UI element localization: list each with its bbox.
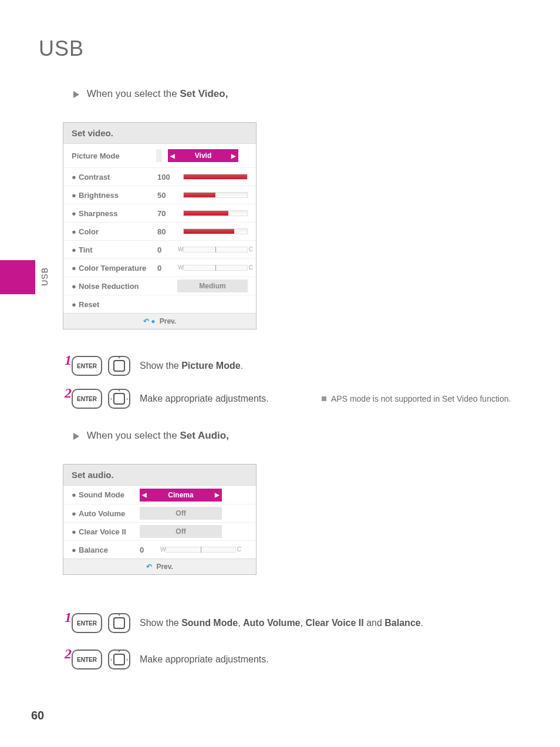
step-number-2: 2 (65, 646, 72, 662)
page-number: 60 (31, 709, 44, 722)
audio-panel-footer[interactable]: ↶ Prev. (63, 558, 256, 574)
a1-b2: Auto Volume (243, 618, 300, 628)
spin-icon (156, 149, 162, 162)
dpad-icon: ˄ ˅ ‹ › (113, 393, 125, 405)
clear-voice-value[interactable]: Off (140, 525, 222, 538)
page-title: USB (39, 36, 84, 61)
auto-volume-label: Auto Volume (75, 509, 140, 518)
set-video-header: Set video. (63, 123, 256, 144)
a1-s3: and (364, 618, 385, 628)
play-arrow-icon (73, 433, 79, 440)
v1-prefix: Show the (140, 361, 181, 371)
balance-value: 0 (140, 546, 160, 554)
color-value: 80 (157, 227, 177, 236)
row-reset[interactable]: ● Reset (63, 295, 256, 313)
enter-key: ENTER (72, 613, 102, 633)
row-contrast: ● Contrast 100 (63, 167, 256, 186)
row-brightness: ● Brightness 50 (63, 186, 256, 204)
a1-prefix: Show the (140, 618, 181, 628)
video-step-1: 1 ENTER ˄ ˅ Show the Picture Mode. (72, 356, 243, 376)
intro-video-text: When you select the (87, 88, 180, 99)
clear-voice-label: Clear Voice II (75, 527, 140, 536)
side-label: USB (40, 267, 49, 286)
tint-value: 0 (157, 245, 177, 254)
brightness-value: 50 (157, 191, 177, 200)
contrast-bar[interactable] (183, 174, 248, 180)
dpad-icon: ˄ ˅ ‹ › (113, 654, 125, 665)
sound-mode-label: Sound Mode (75, 490, 140, 499)
chevron-right-icon: ▶ (212, 492, 222, 498)
balance-bar[interactable] (166, 547, 236, 553)
chevron-left-icon: ◀ (168, 153, 177, 159)
intro-set-video: When you select the Set Video, (73, 88, 228, 100)
back-icon: ↶ (146, 563, 152, 571)
bullet-square-icon (322, 396, 326, 401)
enter-key-label: ENTER (77, 363, 97, 369)
video-step-2: 2 ENTER ˄ ˅ ‹ › Make appropriate adjustm… (72, 389, 269, 409)
audio-step1-text: Show the Sound Mode, Auto Volume, Clear … (140, 618, 423, 628)
note-aps: APS mode is not supported in Set Video f… (322, 393, 521, 405)
a1-suffix: . (421, 618, 423, 628)
tint-label: Tint (75, 245, 157, 254)
noise-label: Noise Reduction (75, 282, 157, 291)
video-step2-text: Make appropriate adjustments. (140, 393, 269, 404)
dpad-icon: ˄ ˅ (113, 617, 125, 629)
v1-suffix: . (241, 361, 243, 371)
row-auto-volume: ● Auto Volume Off (63, 504, 256, 522)
step-number-2: 2 (65, 385, 72, 401)
brightness-bar[interactable] (183, 192, 248, 198)
noise-value[interactable]: Medium (177, 280, 248, 292)
intro-audio-bold: Set Audio, (180, 430, 229, 441)
enter-key: ENTER (72, 356, 102, 376)
enter-key-label: ENTER (77, 396, 97, 402)
a1-b3: Clear Voice II (305, 618, 363, 628)
sound-mode-value: Cinema (168, 491, 193, 499)
a1-b4: Balance (384, 618, 420, 628)
a1-b1: Sound Mode (181, 618, 238, 628)
row-noise-reduction: ● Noise Reduction Medium (63, 277, 256, 295)
brightness-label: Brightness (75, 191, 157, 200)
row-picture-mode: Picture Mode ◀ Vivid ▶ (63, 144, 256, 167)
nav-key-updown: ˄ ˅ (108, 613, 130, 633)
contrast-label: Contrast (75, 173, 157, 181)
audio-step-2: 2 ENTER ˄ ˅ ‹ › Make appropriate adjustm… (72, 650, 269, 669)
set-audio-panel: Set audio. ● Sound Mode ◀ Cinema ▶ ● Aut… (63, 464, 257, 575)
enter-key-label: ENTER (77, 657, 97, 663)
play-arrow-icon (73, 91, 79, 98)
intro-video-bold: Set Video, (180, 88, 228, 99)
intro-audio-text: When you select the (87, 430, 180, 441)
set-audio-header: Set audio. (63, 465, 256, 486)
sound-mode-selector[interactable]: ◀ Cinema ▶ (140, 489, 222, 502)
video-panel-footer[interactable]: ↶ ● Prev. (63, 313, 256, 329)
auto-volume-value[interactable]: Off (140, 507, 222, 520)
dpad-icon: ˄ ˅ (113, 360, 125, 372)
enter-key: ENTER (72, 389, 102, 409)
row-clear-voice: ● Clear Voice II Off (63, 522, 256, 540)
enter-key: ENTER (72, 650, 102, 669)
step-number-1: 1 (65, 610, 72, 625)
nav-key-updown: ˄ ˅ (108, 356, 130, 376)
picture-mode-selector[interactable]: ◀ Vivid ▶ (168, 149, 238, 162)
chevron-right-icon: ▶ (229, 153, 238, 159)
reset-label: Reset (75, 300, 157, 309)
picture-mode-label: Picture Mode (72, 152, 154, 160)
tint-bar[interactable] (183, 247, 248, 253)
side-tab (0, 260, 35, 294)
color-label: Color (75, 227, 157, 236)
audio-step-1: 1 ENTER ˄ ˅ Show the Sound Mode, Auto Vo… (72, 613, 423, 633)
row-color: ● Color 80 (63, 222, 256, 240)
audio-footer-text: Prev. (156, 563, 173, 571)
sharpness-bar[interactable] (183, 210, 248, 216)
color-temp-value: 0 (157, 264, 177, 272)
chevron-left-icon: ◀ (140, 492, 149, 498)
video-footer-text: Prev. (160, 317, 176, 325)
intro-set-audio: When you select the Set Audio, (73, 430, 229, 442)
color-bar[interactable] (183, 228, 248, 234)
v1-bold: Picture Mode (181, 361, 240, 371)
color-temp-label: Color Temperature (75, 264, 157, 272)
balance-label: Balance (75, 546, 140, 554)
enter-key-label: ENTER (77, 620, 97, 627)
color-temp-bar[interactable] (183, 265, 248, 271)
picture-mode-value: Vivid (195, 152, 211, 160)
a1-s1: , (238, 618, 243, 628)
